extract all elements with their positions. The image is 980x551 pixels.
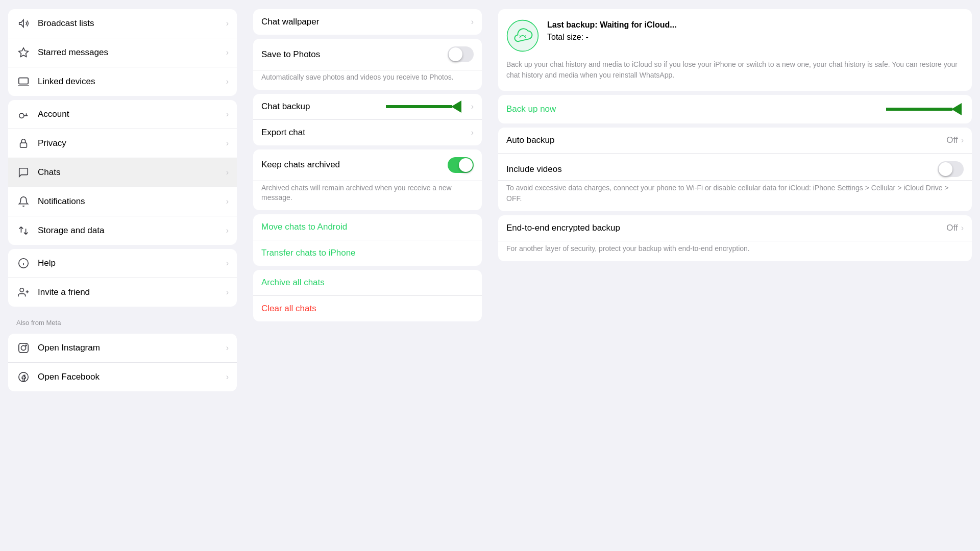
arrows-icon bbox=[16, 223, 31, 238]
sidebar-item-instagram[interactable]: Open Instagram › bbox=[8, 334, 237, 363]
svg-point-11 bbox=[21, 345, 26, 350]
sidebar-item-account[interactable]: Account › bbox=[8, 100, 237, 129]
save-to-photos-section: Save to Photos Automatically save photos… bbox=[253, 39, 482, 90]
chats-chevron: › bbox=[226, 168, 229, 177]
svg-rect-3 bbox=[20, 143, 27, 147]
help-chevron: › bbox=[226, 259, 229, 268]
save-to-photos-label: Save to Photos bbox=[261, 49, 448, 60]
include-videos-label: Include videos bbox=[506, 164, 938, 174]
chat-wallpaper-chevron: › bbox=[471, 17, 474, 27]
key-icon bbox=[16, 107, 31, 121]
bottom-menu-section: Help › Invite a friend › bbox=[8, 249, 237, 307]
backup-status-info: Last backup: Waiting for iCloud... Total… bbox=[547, 19, 677, 43]
clear-all-chats-link[interactable]: Clear all chats bbox=[253, 296, 482, 321]
svg-rect-10 bbox=[19, 343, 28, 353]
export-chat-label: Export chat bbox=[261, 128, 471, 138]
privacy-chevron: › bbox=[226, 139, 229, 148]
account-chevron: › bbox=[226, 110, 229, 119]
sidebar-item-privacy[interactable]: Privacy › bbox=[8, 129, 237, 158]
chat-wallpaper-label: Chat wallpaper bbox=[261, 17, 471, 27]
sidebar-item-linked-devices[interactable]: Linked devices › bbox=[8, 67, 237, 96]
move-chats-to-android-link[interactable]: Move chats to Android bbox=[253, 214, 482, 240]
backup-total-size: Total size: - bbox=[547, 32, 677, 43]
keep-chats-archived-row[interactable]: Keep chats archived bbox=[253, 149, 482, 181]
keep-chats-toggle-knob bbox=[459, 158, 473, 172]
include-videos-inner: Include videos bbox=[506, 161, 964, 177]
save-to-photos-toggle[interactable] bbox=[448, 46, 474, 62]
e2e-label: End-to-end encrypted backup bbox=[506, 223, 946, 233]
middle-panel: Chat wallpaper › Save to Photos Automati… bbox=[245, 0, 490, 551]
archive-clear-section: Archive all chats Clear all chats bbox=[253, 270, 482, 321]
keep-chats-archived-toggle[interactable] bbox=[448, 157, 474, 173]
chat-backup-section: Chat backup › Export chat › bbox=[253, 94, 482, 145]
save-to-photos-toggle-knob bbox=[449, 47, 462, 61]
facebook-chevron: › bbox=[226, 372, 229, 382]
archive-all-chats-link[interactable]: Archive all chats bbox=[253, 270, 482, 296]
notifications-label: Notifications bbox=[38, 196, 226, 207]
linked-devices-label: Linked devices bbox=[38, 77, 226, 87]
transfer-chats-to-iphone-link[interactable]: Transfer chats to iPhone bbox=[253, 240, 482, 266]
laptop-icon bbox=[16, 74, 31, 89]
move-transfer-section: Move chats to Android Transfer chats to … bbox=[253, 214, 482, 266]
svg-point-7 bbox=[20, 288, 23, 292]
backup-header-inner: Last backup: Waiting for iCloud... Total… bbox=[506, 19, 964, 52]
include-videos-row[interactable]: Include videos bbox=[498, 154, 972, 181]
chats-label: Chats bbox=[38, 167, 226, 178]
auto-backup-chevron: › bbox=[961, 136, 964, 145]
e2e-row[interactable]: End-to-end encrypted backup Off › bbox=[498, 215, 972, 241]
mid-menu-section: Account › Privacy › Chats › bbox=[8, 100, 237, 245]
include-videos-knob bbox=[939, 162, 952, 176]
e2e-chevron: › bbox=[961, 223, 964, 233]
keep-chats-sub: Archived chats will remain archived when… bbox=[253, 181, 482, 210]
star-icon bbox=[16, 45, 31, 60]
save-to-photos-row[interactable]: Save to Photos bbox=[253, 39, 482, 70]
sidebar-item-facebook[interactable]: Open Facebook › bbox=[8, 363, 237, 391]
backup-status-title: Last backup: Waiting for iCloud... bbox=[547, 19, 677, 31]
open-facebook-label: Open Facebook bbox=[38, 372, 226, 382]
auto-backup-row[interactable]: Auto backup Off › bbox=[498, 128, 972, 154]
include-videos-note: To avoid excessive data charges, connect… bbox=[498, 181, 972, 211]
bell-icon bbox=[16, 194, 31, 209]
back-up-now-section: Back up now bbox=[498, 95, 972, 123]
chat-backup-chevron: › bbox=[471, 102, 474, 111]
sidebar-item-chats[interactable]: Chats › bbox=[8, 158, 237, 187]
instagram-chevron: › bbox=[226, 343, 229, 353]
keep-chats-archived-label: Keep chats archived bbox=[261, 160, 448, 170]
chat-wallpaper-row[interactable]: Chat wallpaper › bbox=[253, 9, 482, 35]
facebook-icon bbox=[16, 370, 31, 384]
icloud-icon bbox=[506, 19, 539, 52]
info-icon bbox=[16, 256, 31, 270]
instagram-icon bbox=[16, 341, 31, 355]
chat-backup-label: Chat backup bbox=[261, 102, 471, 112]
also-from-meta-label: Also from Meta bbox=[0, 311, 245, 330]
meta-section: Open Instagram › Open Facebook › bbox=[8, 334, 237, 391]
notifications-chevron: › bbox=[226, 197, 229, 206]
sidebar-item-invite-friend[interactable]: Invite a friend › bbox=[8, 278, 237, 307]
export-chat-row[interactable]: Export chat › bbox=[253, 120, 482, 145]
auto-backup-section: Auto backup Off › Include videos To avoi… bbox=[498, 128, 972, 211]
svg-marker-0 bbox=[19, 48, 28, 57]
sidebar-item-starred-messages[interactable]: Starred messages › bbox=[8, 38, 237, 67]
invite-friend-chevron: › bbox=[226, 288, 229, 297]
back-up-now-button[interactable]: Back up now bbox=[506, 104, 556, 114]
svg-rect-1 bbox=[19, 78, 28, 84]
top-menu-section: Broadcast lists › Starred messages › Lin… bbox=[8, 9, 237, 96]
privacy-label: Privacy bbox=[38, 138, 226, 148]
sidebar-item-broadcast-lists[interactable]: Broadcast lists › bbox=[8, 9, 237, 38]
broadcast-lists-chevron: › bbox=[226, 19, 229, 28]
svg-point-13 bbox=[19, 372, 28, 382]
starred-messages-label: Starred messages bbox=[38, 47, 226, 58]
sidebar-item-storage-and-data[interactable]: Storage and data › bbox=[8, 216, 237, 245]
include-videos-toggle[interactable] bbox=[938, 161, 964, 177]
svg-point-2 bbox=[19, 113, 24, 118]
chat-wallpaper-section: Chat wallpaper › bbox=[253, 9, 482, 35]
right-panel: Last backup: Waiting for iCloud... Total… bbox=[490, 0, 980, 551]
backup-description: Back up your chat history and media to i… bbox=[506, 59, 964, 81]
invite-friend-label: Invite a friend bbox=[38, 287, 226, 297]
sidebar-item-notifications[interactable]: Notifications › bbox=[8, 187, 237, 216]
sidebar-item-help[interactable]: Help › bbox=[8, 249, 237, 278]
e2e-value: Off bbox=[946, 223, 958, 233]
chat-backup-row[interactable]: Chat backup › bbox=[253, 94, 482, 120]
left-panel: Broadcast lists › Starred messages › Lin… bbox=[0, 0, 245, 551]
person-plus-icon bbox=[16, 285, 31, 299]
